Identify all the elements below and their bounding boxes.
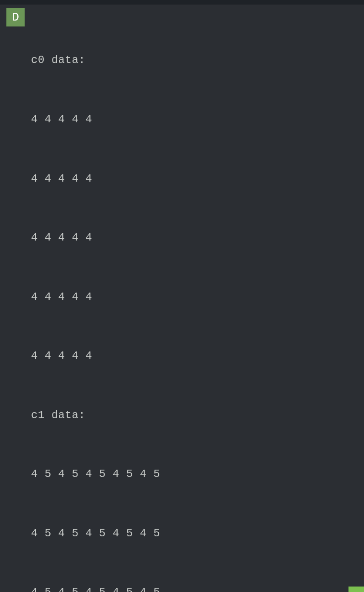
- output-line: 4 4 4 4 4: [31, 287, 364, 307]
- output-line: c1 data:: [31, 405, 364, 425]
- output-line: 4 4 4 4 4: [31, 169, 364, 189]
- output-line: 4 4 4 4 4: [31, 110, 364, 129]
- corner-indicator: [348, 587, 364, 592]
- output-line: 4 4 4 4 4: [31, 346, 364, 366]
- output-line: 4 5 4 5 4 5 4 5 4 5: [31, 524, 364, 543]
- top-bar: [0, 0, 364, 5]
- output-line: c0 data:: [31, 50, 364, 70]
- output-line: 4 5 4 5 4 5 4 5 4 5: [31, 582, 364, 592]
- console-output: c0 data: 4 4 4 4 4 4 4 4 4 4 4 4 4 4 4 4…: [31, 8, 364, 592]
- gutter: D: [0, 8, 31, 592]
- output-line: 4 5 4 5 4 5 4 5 4 5: [31, 464, 364, 484]
- debug-badge[interactable]: D: [6, 8, 25, 26]
- debug-badge-label: D: [12, 10, 19, 24]
- output-line: 4 4 4 4 4: [31, 228, 364, 247]
- content-container: D c0 data: 4 4 4 4 4 4 4 4 4 4 4 4 4 4 4…: [0, 5, 364, 592]
